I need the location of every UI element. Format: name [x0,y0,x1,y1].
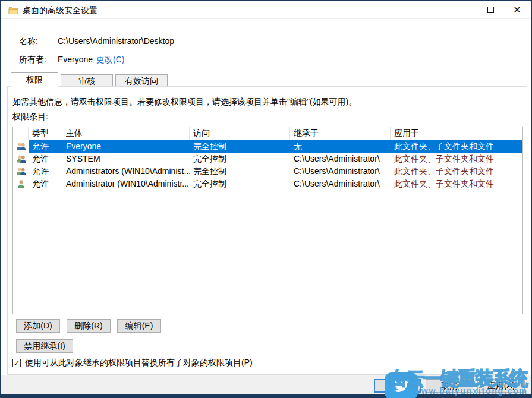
header-applies-to[interactable]: 应用于 [391,127,522,140]
close-icon: ✕ [513,5,521,15]
header-icon-column [13,127,29,140]
disable-inheritance-button[interactable]: 禁用继承(I) [16,339,73,353]
add-button[interactable]: 添加(D) [16,319,60,333]
ok-button[interactable]: 确定 [374,379,421,393]
cell-applies-to: 此文件夹、子文件夹和文件 [391,165,522,178]
maximize-icon [487,7,494,13]
cell-principal: Everyone [62,140,190,153]
minimize-icon [460,10,467,10]
checkbox-checked-icon[interactable]: ✓ [12,359,21,367]
entries-label: 权限条目: [12,112,48,122]
minimize-button [450,1,477,18]
cell-type: 允许 [29,165,62,178]
window-title: 桌面的高级安全设置 [23,5,97,16]
owner-label: 所有者: [19,55,46,65]
remove-button[interactable]: 删除(R) [67,319,111,333]
permission-entries-table: 类型 主体 访问 继承于 应用于 允许 Everyone 完全控制 无 此文件夹… [12,127,523,314]
cell-applies-to: 此文件夹、子文件夹和文件 [391,153,522,165]
cell-type: 允许 [29,140,62,153]
replace-permissions-checkbox-label: 使用可从此对象继承的权限项目替换所有子对象的权限项目(P) [25,358,253,368]
table-row[interactable]: 允许 Administrator (WIN10\Administr... 完全控… [13,178,522,190]
cell-access: 完全控制 [190,165,290,178]
replace-permissions-checkbox-row[interactable]: ✓ 使用可从此对象继承的权限项目替换所有子对象的权限项目(P) [12,358,253,368]
header-principal[interactable]: 主体 [62,127,190,140]
screenshot-frame: 桌面的高级安全设置 ✕ 名称: C:\Users\Administrator\D… [0,0,532,398]
cell-principal: Administrators (WIN10\Administ... [62,165,190,178]
tab-audit[interactable]: 审核 [61,74,113,87]
edit-button[interactable]: 编辑(E) [117,319,161,333]
header-inherited-from[interactable]: 继承于 [290,127,391,140]
tab-permissions[interactable]: 权限 [11,72,58,87]
cell-type: 允许 [29,178,62,190]
cell-inherited-from: C:\Users\Administrator\ [290,178,391,190]
instruction-text: 如需其他信息，请双击权限项目。若要修改权限项目，请选择该项目并单击"编辑"(如果… [12,97,357,108]
change-owner-link[interactable]: 更改(C) [96,55,124,65]
name-value: C:\Users\Administrator\Desktop [58,36,174,46]
apply-button[interactable]: 应用(A) [477,379,525,393]
cell-access: 完全控制 [190,140,290,153]
permissions-tab-page: 如需其他信息，请双击权限项目。若要修改权限项目，请选择该项目并单击"编辑"(如果… [7,86,527,375]
maximize-button[interactable] [477,1,504,18]
cell-access: 完全控制 [190,153,290,165]
dialog-footer: 确定 取消 应用(A) [1,375,531,394]
header-access[interactable]: 访问 [190,127,290,140]
cell-applies-to: 此文件夹、子文件夹和文件 [391,178,522,190]
cell-inherited-from: C:\Users\Administrator\ [290,165,391,178]
header-type[interactable]: 类型 [29,127,62,140]
name-label: 名称: [19,36,38,47]
cell-inherited-from: 无 [290,140,391,153]
folder-icon [8,6,18,14]
table-header: 类型 主体 访问 继承于 应用于 [13,127,522,140]
table-row[interactable]: 允许 Administrators (WIN10\Administ... 完全控… [13,165,522,178]
table-row[interactable]: 允许 Everyone 完全控制 无 此文件夹、子文件夹和文件 [13,140,522,153]
users-group-icon [13,165,29,178]
cell-applies-to: 此文件夹、子文件夹和文件 [391,140,522,153]
cell-principal: Administrator (WIN10\Administr... [62,178,190,190]
close-button[interactable]: ✕ [503,1,531,18]
tab-effective-access[interactable]: 有效访问 [115,74,168,87]
cancel-button[interactable]: 取消 [426,379,473,393]
cell-inherited-from: C:\Users\Administrator\ [290,153,391,165]
owner-value: Everyone [58,55,93,64]
titlebar: 桌面的高级安全设置 ✕ [1,1,531,19]
table-row[interactable]: 允许 SYSTEM 完全控制 C:\Users\Administrator\ 此… [13,153,522,165]
cell-access: 完全控制 [190,178,290,190]
cell-type: 允许 [29,153,62,165]
users-group-icon [13,140,29,153]
cell-principal: SYSTEM [62,153,190,165]
dialog-window: 桌面的高级安全设置 ✕ 名称: C:\Users\Administrator\D… [1,1,531,394]
users-group-icon [13,153,29,165]
user-icon [13,178,29,190]
